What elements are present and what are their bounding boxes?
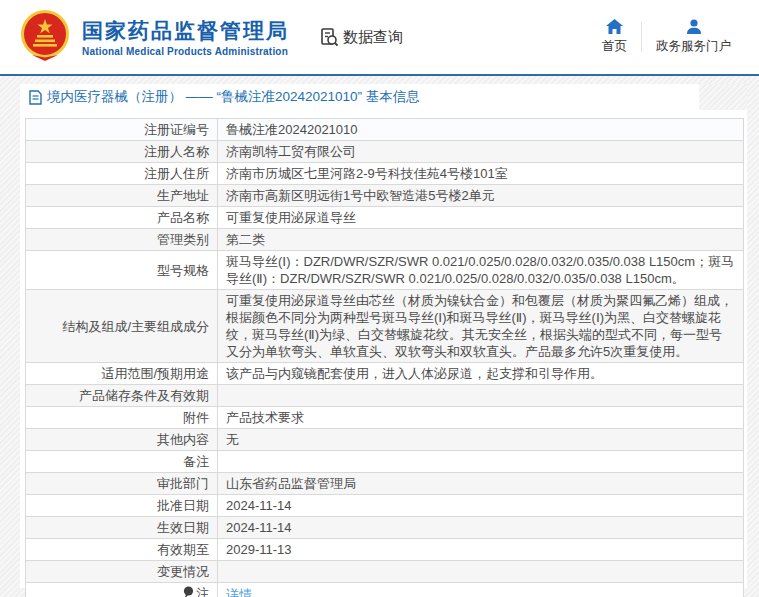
row-label: 生产地址 xyxy=(26,185,218,207)
background-notch xyxy=(699,84,747,110)
row-value xyxy=(218,451,744,473)
nav-item-home[interactable]: 首页 xyxy=(588,19,641,55)
table-row: 变更情况 xyxy=(26,561,744,583)
table-row: 备注 xyxy=(26,451,744,473)
national-emblem-logo[interactable] xyxy=(18,9,72,65)
row-label-text: 型号规格 xyxy=(157,263,209,278)
table-row: 其他内容 无 xyxy=(26,429,744,451)
row-value: 济南凯特工贸有限公司 xyxy=(218,141,744,163)
row-label: 注册证编号 xyxy=(26,119,218,141)
table-row: 有效期至 2029-11-13 xyxy=(26,539,744,561)
document-icon xyxy=(29,90,42,105)
row-label-text: 有效期至 xyxy=(157,542,209,557)
table-row: 适用范围/预期用途 该产品与内窥镜配套使用，进入人体泌尿道，起支撑和引导作用。 xyxy=(26,363,744,385)
table-row: 生产地址 济南市高新区明远街1号中欧智造港5号楼2单元 xyxy=(26,185,744,207)
row-label: 审批部门 xyxy=(26,473,218,495)
row-label-text: 产品名称 xyxy=(157,210,209,225)
nav-item-portal[interactable]: 政务服务门户 xyxy=(642,19,745,55)
table-row: 审批部门 山东省药品监督管理局 xyxy=(26,473,744,495)
home-icon xyxy=(606,19,623,34)
table-row: 注 详情 xyxy=(26,583,744,597)
table-row: 结构及组成/主要组成成分 可重复使用泌尿道导丝由芯丝（材质为镍钛合金）和包覆层（… xyxy=(26,290,744,363)
table-row: 批准日期 2024-11-14 xyxy=(26,495,744,517)
breadcrumb-text: 境内医疗器械（注册） —— “鲁械注准20242021010” 基本信息 xyxy=(47,88,420,106)
table-row: 产品储存条件及有效期 xyxy=(26,385,744,407)
row-value: 可重复使用泌尿道导丝由芯丝（材质为镍钛合金）和包覆层（材质为聚四氟乙烯）组成，根… xyxy=(218,290,744,363)
content-card: 境内医疗器械（注册） —— “鲁械注准20242021010” 基本信息 注册证… xyxy=(20,84,747,588)
row-label: 有效期至 xyxy=(26,539,218,561)
row-label: 注册人住所 xyxy=(26,163,218,185)
table-row: 产品名称 可重复使用泌尿道导丝 xyxy=(26,207,744,229)
row-label-text: 生效日期 xyxy=(157,520,209,535)
row-label-text: 审批部门 xyxy=(157,476,209,491)
breadcrumb: 境内医疗器械（注册） —— “鲁械注准20242021010” 基本信息 xyxy=(20,84,747,110)
row-value: 山东省药品监督管理局 xyxy=(218,473,744,495)
row-label-text: 注 xyxy=(196,586,209,597)
row-label-text: 管理类别 xyxy=(157,232,209,247)
row-label: 注册人名称 xyxy=(26,141,218,163)
row-label: 附件 xyxy=(26,407,218,429)
row-label-text: 变更情况 xyxy=(157,564,209,579)
note-balloon-icon xyxy=(183,586,194,597)
data-query-label: 数据查询 xyxy=(343,28,403,47)
table-row: 附件 产品技术要求 xyxy=(26,407,744,429)
row-label-text: 结构及组成/主要组成成分 xyxy=(62,319,209,334)
row-value xyxy=(218,561,744,583)
row-label: 型号规格 xyxy=(26,251,218,290)
info-table-body: 注册证编号 鲁械注准20242021010 注册人名称 济南凯特工贸有限公司 注… xyxy=(26,119,744,597)
table-row: 注册人名称 济南凯特工贸有限公司 xyxy=(26,141,744,163)
row-label: 结构及组成/主要组成成分 xyxy=(26,290,218,363)
row-label: 批准日期 xyxy=(26,495,218,517)
row-value: 该产品与内窥镜配套使用，进入人体泌尿道，起支撑和引导作用。 xyxy=(218,363,744,385)
site-header: 国家药品监督管理局 National Medical Products Admi… xyxy=(0,0,759,76)
nav-portal-label: 政务服务门户 xyxy=(656,38,731,55)
row-value: 详情 xyxy=(218,583,744,597)
row-label-text: 注册人名称 xyxy=(144,144,209,159)
row-value: 2024-11-14 xyxy=(218,495,744,517)
row-label: 注 xyxy=(26,583,218,597)
row-value: 斑马导丝(Ⅰ)：DZR/DWR/SZR/SWR 0.021/0.025/0.02… xyxy=(218,251,744,290)
row-label: 其他内容 xyxy=(26,429,218,451)
site-title-cn: 国家药品监督管理局 xyxy=(82,18,289,44)
row-value: 2029-11-13 xyxy=(218,539,744,561)
header-nav: 首页 政务服务门户 xyxy=(588,19,745,55)
site-title-block: 国家药品监督管理局 National Medical Products Admi… xyxy=(82,18,289,57)
data-query-button[interactable]: 数据查询 xyxy=(319,27,403,47)
row-label-text: 适用范围/预期用途 xyxy=(101,366,209,381)
row-label-text: 生产地址 xyxy=(157,188,209,203)
row-value: 鲁械注准20242021010 xyxy=(218,119,744,141)
row-label: 产品名称 xyxy=(26,207,218,229)
row-value: 济南市历城区七里河路2-9号科技佳苑4号楼101室 xyxy=(218,163,744,185)
row-label: 产品储存条件及有效期 xyxy=(26,385,218,407)
row-value: 济南市高新区明远街1号中欧智造港5号楼2单元 xyxy=(218,185,744,207)
row-label-text: 附件 xyxy=(183,410,209,425)
detail-link[interactable]: 详情 xyxy=(226,587,252,597)
row-label-text: 批准日期 xyxy=(157,498,209,513)
registration-info-table: 注册证编号 鲁械注准20242021010 注册人名称 济南凯特工贸有限公司 注… xyxy=(25,118,744,597)
row-label: 适用范围/预期用途 xyxy=(26,363,218,385)
row-label-text: 注册人住所 xyxy=(144,166,209,181)
row-value: 第二类 xyxy=(218,229,744,251)
row-value: 2024-11-14 xyxy=(218,517,744,539)
table-row: 注册人住所 济南市历城区七里河路2-9号科技佳苑4号楼101室 xyxy=(26,163,744,185)
table-row: 生效日期 2024-11-14 xyxy=(26,517,744,539)
row-value: 可重复使用泌尿道导丝 xyxy=(218,207,744,229)
row-value xyxy=(218,385,744,407)
row-label: 变更情况 xyxy=(26,561,218,583)
row-label: 备注 xyxy=(26,451,218,473)
user-icon xyxy=(686,19,702,34)
document-search-icon xyxy=(319,27,339,47)
row-label-text: 产品储存条件及有效期 xyxy=(79,388,209,403)
row-label-text: 备注 xyxy=(183,454,209,469)
row-label-text: 其他内容 xyxy=(157,432,209,447)
nav-home-label: 首页 xyxy=(602,38,627,55)
row-value: 产品技术要求 xyxy=(218,407,744,429)
row-value: 无 xyxy=(218,429,744,451)
table-row: 注册证编号 鲁械注准20242021010 xyxy=(26,119,744,141)
row-label-text: 注册证编号 xyxy=(144,122,209,137)
row-label: 管理类别 xyxy=(26,229,218,251)
table-row: 型号规格 斑马导丝(Ⅰ)：DZR/DWR/SZR/SWR 0.021/0.025… xyxy=(26,251,744,290)
table-row: 管理类别 第二类 xyxy=(26,229,744,251)
row-label: 生效日期 xyxy=(26,517,218,539)
site-title-en: National Medical Products Administration xyxy=(82,46,289,57)
